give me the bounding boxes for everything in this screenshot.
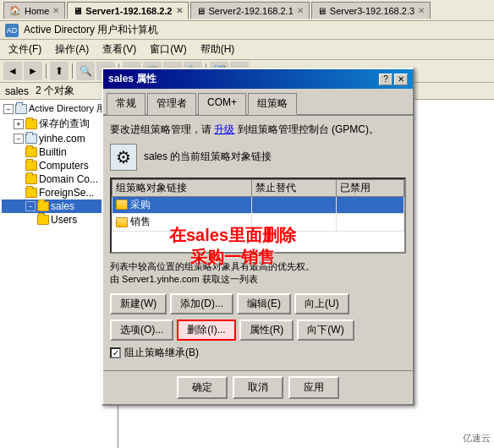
back-button[interactable]: ◄	[3, 62, 22, 80]
browser-tab-bar: 🏠 Home ✕ 🖥 Server1-192.168.2.2 ✕ 🖥 Serve…	[0, 0, 494, 21]
properties-gpo-button[interactable]: 属性(R)	[239, 320, 294, 341]
folder-icon-sales	[37, 201, 49, 211]
menu-file[interactable]: 文件(F)	[3, 41, 47, 57]
up-button[interactable]: ⬆	[50, 62, 69, 80]
tree-item-users[interactable]: Users	[2, 213, 116, 227]
table-row-xiaoshou[interactable]: 销售	[113, 214, 404, 232]
expand-domain[interactable]: −	[14, 134, 24, 144]
menu-window[interactable]: 窗口(W)	[145, 41, 191, 57]
status-count: 2 个对象	[36, 84, 74, 98]
gpo-table-wrapper[interactable]: 组策略对象链接 禁止替代 已禁用 采购	[110, 178, 406, 254]
expand-root[interactable]: −	[3, 104, 14, 114]
tab-home[interactable]: 🏠 Home ✕	[3, 2, 65, 19]
toolbar-separator-2	[72, 63, 73, 79]
gpo-caigou-name: 采购	[113, 196, 252, 214]
col-gpo-link: 组策略对象链接	[113, 179, 252, 196]
delete-gpo-button[interactable]: 删除(I)...	[177, 320, 235, 341]
tab-general[interactable]: 常规	[107, 93, 145, 115]
tree-domain-label: yinhe.com	[39, 133, 85, 145]
folder-icon-users	[37, 215, 49, 225]
forward-button[interactable]: ►	[24, 62, 42, 80]
upgrade-link[interactable]: 升级	[214, 123, 234, 135]
home-icon: 🏠	[9, 5, 21, 16]
down-gpo-button[interactable]: 向下(W)	[297, 320, 354, 341]
gpo-xiaoshou-name: 销售	[113, 214, 252, 232]
checkbox-row: ✓ 阻止策略继承(B)	[110, 346, 406, 360]
tab-server3[interactable]: 🖥 Server3-192.168.2.3 ✕	[311, 2, 431, 19]
folder-icon-computers	[25, 161, 37, 171]
dialog-content: 要改进组策略管理，请 升级 到组策略管理控制台 (GPMC)。 ⚙ sales …	[103, 116, 413, 370]
left-tree-panel: − Active Directory 用户和计算机 + 保存的查询 − yinh…	[0, 100, 118, 448]
gpo-caigou-icon-row: 采购	[116, 198, 151, 212]
dialog-help-button[interactable]: ?	[379, 74, 392, 85]
checkbox-label: 阻止策略继承(B)	[124, 346, 199, 360]
tree-sales-label: sales	[51, 200, 74, 212]
dialog-titlebar: sales 属性 ? ✕	[103, 69, 413, 89]
toolbar-separator-1	[46, 63, 47, 79]
tree-computers-label: Computers	[39, 160, 89, 172]
folder-icon-domain	[25, 134, 37, 144]
gpo-xiaoshou-disabled	[337, 214, 404, 232]
tab-close-server3[interactable]: ✕	[418, 6, 425, 15]
menu-help[interactable]: 帮助(H)	[195, 41, 240, 57]
server2-icon: 🖥	[196, 6, 206, 16]
expand-saved[interactable]: +	[14, 119, 24, 129]
dialog-footer: 确定 取消 应用	[103, 370, 413, 404]
tab-close-server1[interactable]: ✕	[176, 6, 183, 15]
menu-view[interactable]: 查看(V)	[97, 41, 141, 57]
gpo-caigou-disabled	[337, 196, 404, 214]
options-button[interactable]: 选项(O)...	[110, 320, 173, 341]
expand-sales[interactable]: −	[25, 201, 36, 211]
tab-close-home[interactable]: ✕	[52, 6, 59, 15]
tree-item-domainco[interactable]: Domain Co...	[2, 172, 116, 186]
app-title: Active Directory 用户和计算机	[24, 23, 158, 37]
tree-item-root[interactable]: − Active Directory 用户和计算机	[2, 101, 116, 116]
tab-close-server2[interactable]: ✕	[297, 6, 304, 15]
up-gpo-button[interactable]: 向上(U)	[294, 293, 349, 314]
table-row-caigou[interactable]: 采购	[113, 196, 404, 214]
dialog-close-button[interactable]: ✕	[394, 74, 408, 85]
btn-row-2: 选项(O)... 删除(I)... 属性(R) 向下(W)	[110, 320, 406, 341]
info-row: ⚙ sales 的当前组策略对象链接	[110, 144, 406, 171]
btn-row-1: 新建(W) 添加(D)... 编辑(E) 向上(U)	[110, 293, 406, 314]
dialog-tab-bar: 常规 管理者 COM+ 组策略	[103, 89, 413, 116]
tab-server1[interactable]: 🖥 Server1-192.168.2.2 ✕	[67, 2, 188, 19]
app-title-bar: AD Active Directory 用户和计算机	[0, 21, 494, 40]
new-button[interactable]: 新建(W)	[110, 293, 167, 314]
folder-icon-saved	[25, 119, 37, 129]
dialog-description: 要改进组策略管理，请 升级 到组策略管理控制台 (GPMC)。	[110, 123, 406, 137]
col-no-override: 禁止替代	[251, 179, 337, 196]
tree-foreignse-label: ForeignSe...	[39, 187, 94, 199]
status-path: sales	[5, 85, 29, 97]
tree-item-sales[interactable]: − sales	[2, 199, 116, 213]
watermark: 亿速云	[463, 432, 491, 445]
folder-icon-builtin	[25, 147, 37, 157]
add-button[interactable]: 添加(D)...	[170, 293, 233, 314]
apply-button[interactable]: 应用	[288, 376, 339, 399]
block-inherit-checkbox[interactable]: ✓	[110, 347, 121, 358]
folder-icon-caigou	[116, 199, 128, 210]
col-disabled: 已禁用	[337, 179, 404, 196]
dialog-title: sales 属性	[108, 72, 156, 86]
folder-icon-root	[15, 104, 27, 114]
folder-icon-domainco	[25, 174, 37, 184]
menu-action[interactable]: 操作(A)	[50, 41, 94, 57]
edit-button[interactable]: 编辑(E)	[237, 293, 291, 314]
ok-button[interactable]: 确定	[177, 376, 228, 399]
tab-manager[interactable]: 管理者	[147, 93, 196, 115]
tab-com[interactable]: COM+	[198, 93, 246, 115]
tree-item-saved[interactable]: + 保存的查询	[2, 116, 116, 132]
tab-server2[interactable]: 🖥 Server2-192.168.2.1 ✕	[190, 2, 310, 19]
gpo-icon: ⚙	[110, 144, 137, 171]
gpo-xiaoshou-override	[251, 214, 337, 232]
tree-item-foreignse[interactable]: ForeignSe...	[2, 186, 116, 199]
tab-grouppolicy[interactable]: 组策略	[248, 93, 297, 115]
tree-item-computers[interactable]: Computers	[2, 159, 116, 172]
tree-item-domain[interactable]: − yinhe.com	[2, 132, 116, 145]
cancel-button[interactable]: 取消	[233, 376, 283, 399]
folder-icon-foreignse	[25, 188, 37, 198]
tree-saved-label: 保存的查询	[39, 117, 90, 131]
dialog-title-buttons: ? ✕	[379, 74, 408, 85]
search-button[interactable]: 🔍	[76, 62, 95, 80]
tree-item-builtin[interactable]: Builtin	[2, 145, 116, 159]
